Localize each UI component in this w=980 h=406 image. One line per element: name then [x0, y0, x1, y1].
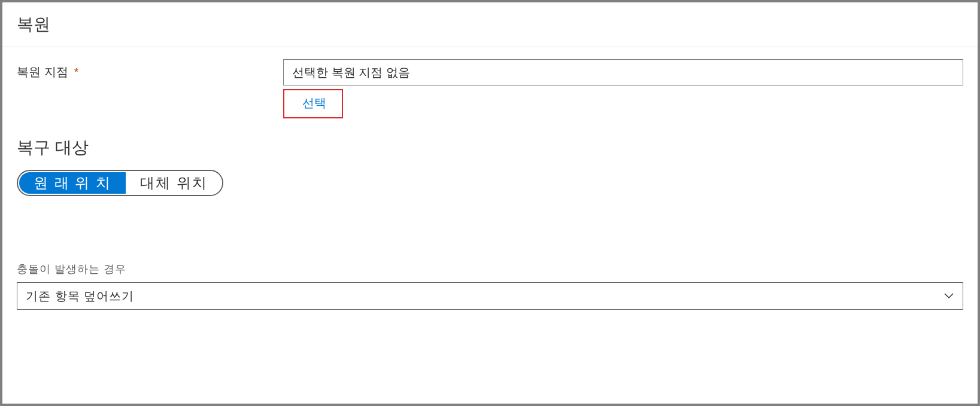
restore-point-label-col: 복원 지점 * [17, 59, 283, 80]
conflict-dropdown[interactable]: 기존 항목 덮어쓰기 [17, 282, 963, 310]
header: 복원 [2, 2, 978, 47]
page-title: 복원 [17, 13, 963, 36]
required-indicator: * [74, 66, 78, 78]
select-restore-point-link[interactable]: 선택 [302, 96, 326, 109]
restore-point-label: 복원 지점 [17, 65, 68, 78]
toggle-alternate-location[interactable]: 대체 위치 [126, 171, 222, 195]
restore-point-input-col: 선택 [283, 59, 963, 118]
select-link-highlight: 선택 [283, 89, 343, 118]
conflict-label: 충돌이 발생하는 경우 [17, 262, 963, 276]
conflict-section: 충돌이 발생하는 경우 기존 항목 덮어쓰기 [17, 262, 963, 310]
restore-panel: 복원 복원 지점 * 선택 복구 대상 원 래 위 치 대체 위치 충돌이 [0, 0, 980, 406]
chevron-down-icon [943, 291, 954, 301]
conflict-selected-value: 기존 항목 덮어쓰기 [26, 288, 134, 304]
restore-point-row: 복원 지점 * 선택 [17, 59, 963, 118]
restore-point-input[interactable] [283, 59, 963, 86]
select-link-wrap: 선택 [283, 89, 343, 118]
content: 복원 지점 * 선택 복구 대상 원 래 위 치 대체 위치 충돌이 발생하는 … [2, 47, 978, 322]
recovery-target-title: 복구 대상 [17, 136, 963, 159]
recovery-target-toggle: 원 래 위 치 대체 위치 [17, 170, 223, 196]
toggle-original-location[interactable]: 원 래 위 치 [19, 172, 126, 194]
